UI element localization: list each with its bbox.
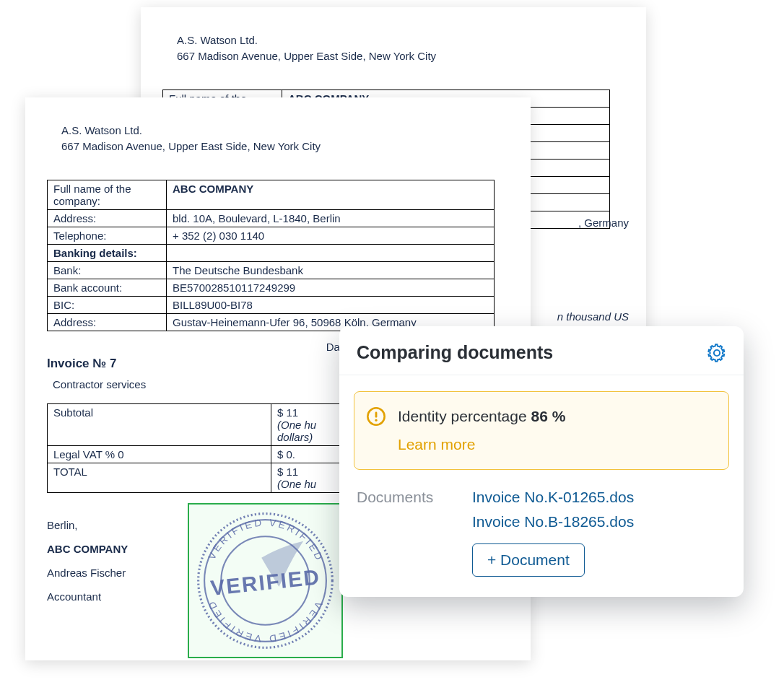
sender-name: A.S. Watson Ltd. (177, 32, 632, 48)
alert-percent: 86 % (531, 408, 565, 424)
table-label: Address: (48, 209, 167, 227)
panel-title: Comparing documents (357, 342, 553, 363)
learn-more-link[interactable]: Learn more (398, 433, 475, 457)
document-link[interactable]: Invoice No.B-18265.dos (472, 513, 634, 530)
documents-section: Documents Invoice No.K-01265.dos Invoice… (339, 480, 744, 597)
table-label: Full name of the company: (48, 180, 167, 209)
alert-text: Identity percentage (398, 408, 531, 424)
table-label: Banking details: (48, 244, 167, 261)
amount-name: TOTAL (48, 463, 271, 492)
table-value: bld. 10A, Boulevard, L-1840, Berlin (167, 209, 495, 227)
panel-header: Comparing documents (339, 326, 744, 375)
compare-panel: Comparing documents Identity percentage … (339, 326, 744, 597)
table-label: Bank: (48, 261, 167, 279)
thousand-peek: n thousand US (557, 310, 629, 323)
table-value: BE570028510117249299 (167, 279, 495, 296)
sender-block-back: A.S. Watson Ltd. 667 Madison Avenue, Upp… (177, 32, 632, 64)
identity-alert: Identity percentage 86 % Learn more (354, 391, 729, 470)
stamp-center-text: VERIFIED (209, 564, 322, 600)
alert-body: Identity percentage 86 % Learn more (398, 405, 565, 456)
gear-icon[interactable] (707, 344, 726, 362)
table-value: BILL89U00-BI78 (167, 296, 495, 313)
add-document-button[interactable]: + Document (472, 543, 585, 577)
table-label: Telephone: (48, 227, 167, 244)
documents-list: Invoice No.K-01265.dos Invoice No.B-1826… (472, 489, 634, 577)
table-value: The Deutsche Bundesbank (167, 261, 495, 279)
svg-text:VERIFIED   VERIFIED: VERIFIED VERIFIED (206, 598, 325, 644)
amount-name: Subtotal (48, 403, 271, 445)
sender-address: 667 Madison Avenue, Upper East Side, New… (177, 48, 632, 64)
germany-peek: , Germany (578, 217, 629, 229)
stamp-icon: VERIFIED VERIFIED VERIFIED VERIFIED VERI… (189, 505, 341, 657)
company-details-table: Full name of the company:ABC COMPANYAddr… (47, 180, 495, 331)
table-value: ABC COMPANY (167, 180, 495, 209)
table-label: BIC: (48, 296, 167, 313)
warning-icon (366, 406, 386, 427)
table-value: + 352 (2) 030 1140 (167, 227, 495, 244)
svg-point-7 (375, 419, 377, 422)
table-value (167, 244, 495, 261)
sender-block-front: A.S. Watson Ltd. 667 Madison Avenue, Upp… (61, 123, 516, 154)
document-link[interactable]: Invoice No.K-01265.dos (472, 489, 634, 506)
table-label: Address: (48, 313, 167, 331)
documents-label: Documents (357, 489, 450, 577)
verified-stamp: VERIFIED VERIFIED VERIFIED VERIFIED VERI… (188, 503, 343, 658)
sender-name: A.S. Watson Ltd. (61, 123, 516, 139)
sender-address: 667 Madison Avenue, Upper East Side, New… (61, 139, 516, 154)
amount-name: Legal VAT % 0 (48, 445, 271, 463)
table-label: Bank account: (48, 279, 167, 296)
svg-rect-6 (375, 412, 378, 418)
